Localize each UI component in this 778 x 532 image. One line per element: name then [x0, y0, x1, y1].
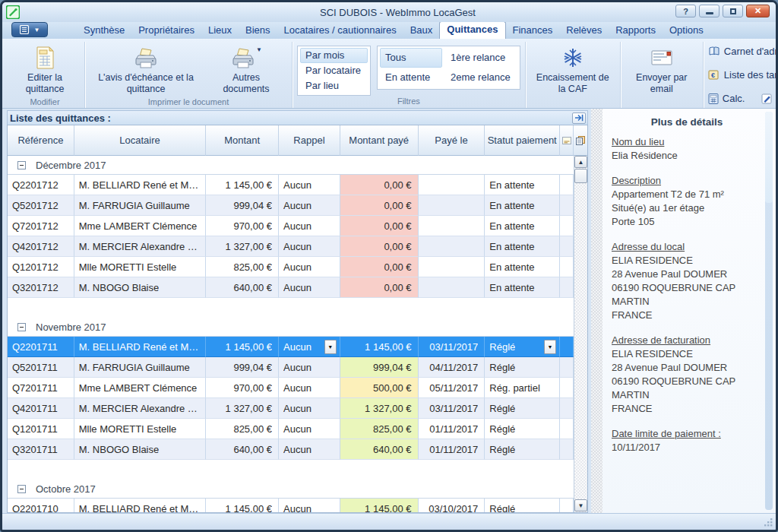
quittance-row[interactable]: Q3201712M. NBOGO Blaise640,00 €Aucun0,00…	[8, 277, 574, 298]
table-vertical-scrollbar[interactable]: ▲ ▼	[574, 156, 587, 512]
cell-rappel: Aucun	[279, 236, 340, 257]
encaissement-caf-button[interactable]: Encaissement de la CAF	[530, 43, 615, 97]
pane-splitter[interactable]	[591, 109, 602, 513]
cell-locataire: Mlle MORETTI Estelle	[74, 257, 207, 277]
collapse-icon[interactable]	[17, 485, 26, 493]
filter-2eme-relance[interactable]: 2eme relance	[445, 68, 517, 87]
quittance-row[interactable]: Q2201710M. BELLIARD René et Mme …1 145,0…	[8, 499, 574, 512]
quittance-row[interactable]: Q7201712Mme LAMBERT Clémence970,00 €Aucu…	[8, 216, 574, 236]
scroll-down-button[interactable]: ▼	[574, 499, 587, 511]
tab-options[interactable]: Options	[663, 23, 710, 39]
tab-baux[interactable]: Baux	[403, 23, 440, 39]
quittance-row[interactable]: Q3201711M. NBOGO Blaise640,00 €Aucun640,…	[8, 439, 574, 460]
sidebar-scrollbar[interactable]	[765, 112, 773, 510]
carnet-adresses-button[interactable]: Carnet d'adresses	[705, 44, 778, 59]
filter-par-lieu[interactable]: Par lieu	[300, 78, 368, 93]
collapse-icon[interactable]	[17, 323, 26, 331]
window-title: SCI DUBOIS - WebImmo LocaGest	[20, 7, 776, 18]
scroll-up-button[interactable]: ▲	[574, 156, 587, 168]
group-row[interactable]: Novembre 2017	[8, 318, 574, 337]
ribbon-group-email: Envoyer par email	[621, 42, 704, 108]
col-header-note-icon[interactable]	[560, 125, 574, 156]
resize-grip[interactable]	[764, 518, 773, 527]
cell-statut: En attente	[485, 257, 560, 277]
col-header-rappel[interactable]: Rappel	[279, 125, 340, 156]
export-arrow-button[interactable]	[572, 112, 586, 124]
rappel-dropdown[interactable]: ▼	[324, 340, 337, 354]
quittance-row[interactable]: Q1201712Mlle MORETTI Estelle825,00 €Aucu…	[8, 257, 574, 277]
tab-rapports[interactable]: Rapports	[609, 23, 663, 39]
avis-echeance-button[interactable]: L'avis d'échéance et la quittance	[90, 43, 202, 97]
col-header-statut[interactable]: Statut paiement	[485, 125, 560, 156]
tab-biens[interactable]: Biens	[239, 23, 277, 39]
filter-en-attente[interactable]: En attente	[380, 68, 442, 87]
col-header-documents-icon[interactable]	[574, 125, 587, 156]
help-button[interactable]: ?	[675, 5, 696, 17]
adresse-facturation-section: Adresse de facturation ELIA RESIDENCE 28…	[612, 334, 762, 416]
lieu-section: Nom du lieu Elia Résidence	[612, 135, 762, 163]
cell-paye-le: 01/11/2017	[419, 419, 485, 439]
quittance-row[interactable]: Q5201712M. FARRUGIA Guillaume999,04 €Auc…	[8, 195, 574, 216]
cell-paye-le: 05/11/2017	[419, 378, 485, 398]
description-heading: Description	[612, 174, 762, 188]
close-button[interactable]: ✕	[746, 5, 770, 17]
group-spacer	[8, 460, 574, 480]
col-header-montant-paye[interactable]: Montant payé	[340, 125, 419, 156]
statut-dropdown[interactable]: ▼	[544, 340, 556, 354]
svg-text:€: €	[711, 71, 715, 79]
col-header-montant[interactable]: Montant	[206, 125, 279, 156]
quittance-row[interactable]: Q1201711Mlle MORETTI Estelle825,00 €Aucu…	[8, 419, 574, 439]
col-header-locataire[interactable]: Locataire	[74, 125, 207, 156]
group-row[interactable]: Décembre 2017	[8, 156, 574, 175]
col-header-reference[interactable]: Référence	[8, 125, 74, 156]
tab-quittances[interactable]: Quittances	[439, 21, 505, 39]
group-row[interactable]: Octobre 2017	[8, 480, 574, 499]
cell-filler	[560, 357, 574, 378]
printer-icon	[230, 45, 256, 71]
cell-reference: Q7201711	[8, 378, 74, 398]
cell-montant-paye: 640,00 €	[340, 439, 419, 460]
scroll-thumb[interactable]	[574, 169, 587, 183]
quittance-row[interactable]: Q7201711Mme LAMBERT Clémence970,00 €Aucu…	[8, 378, 574, 398]
quittance-row[interactable]: Q4201711M. MERCIER Alexandre et …1 327,0…	[8, 398, 574, 419]
envoyer-email-button[interactable]: Envoyer par email	[625, 43, 698, 97]
minimize-button[interactable]	[699, 5, 719, 17]
receipt-icon	[33, 45, 56, 71]
cell-montant-paye: 825,00 €	[340, 419, 419, 439]
cell-statut: En attente	[485, 216, 560, 236]
tab-rel-ves[interactable]: Relèves	[559, 23, 609, 39]
restore-button[interactable]	[723, 5, 743, 17]
col-header-paye-le[interactable]: Payé le	[419, 125, 485, 156]
adresse-facturation-heading: Adresse de facturation	[612, 334, 762, 347]
filter-par-mois[interactable]: Par mois	[300, 48, 368, 63]
calc-button[interactable]: Calc.	[705, 91, 748, 106]
restore-icon	[730, 8, 736, 14]
cell-filler	[560, 257, 574, 277]
filter-1ere-relance[interactable]: 1ère relance	[445, 48, 517, 68]
tab-locataires-cautionnaires[interactable]: Locataires / cautionnaires	[277, 23, 403, 39]
tab-propri-taires[interactable]: Propriétaires	[131, 23, 201, 39]
sidebar-scroll-thumb[interactable]	[765, 112, 773, 203]
quittance-row[interactable]: Q5201711M. FARRUGIA Guillaume999,04 €Auc…	[8, 357, 574, 378]
filter-tous[interactable]: Tous	[380, 48, 442, 68]
tab-lieux[interactable]: Lieux	[201, 23, 239, 39]
app-icon	[6, 5, 20, 19]
group-label-imprimer: Imprimer le document	[90, 97, 287, 107]
tab-synth-se[interactable]: Synthèse	[77, 23, 131, 39]
actualites-button[interactable]: Actualités	[758, 91, 778, 106]
tab-finances[interactable]: Finances	[506, 23, 560, 39]
cell-rappel: Aucun	[279, 257, 340, 277]
liste-tarifs-button[interactable]: € Liste des tarifs	[705, 68, 778, 82]
quittance-row[interactable]: Q2201712M. BELLIARD René et Mme …1 145,0…	[8, 175, 574, 195]
collapse-icon[interactable]	[17, 161, 26, 169]
quittance-row[interactable]: Q4201712M. MERCIER Alexandre et …1 327,0…	[8, 236, 574, 257]
filter-par-locataire[interactable]: Par locataire	[300, 63, 368, 78]
autres-documents-button[interactable]: ▼ Autres documents	[205, 43, 287, 97]
editer-quittance-button[interactable]: Editer la quittance	[10, 43, 80, 97]
app-menu-button[interactable]: ▼	[11, 22, 48, 37]
cell-montant: 640,00 €	[206, 439, 279, 460]
quittance-row[interactable]: Q2201711M. BELLIARD René et Mme …1 145,0…	[8, 337, 574, 357]
cell-statut: Réglé	[485, 419, 560, 439]
autres-documents-dropdown-arrow[interactable]: ▼	[256, 46, 262, 53]
details-sidebar: Plus de détails Nom du lieu Elia Résiden…	[602, 109, 776, 513]
